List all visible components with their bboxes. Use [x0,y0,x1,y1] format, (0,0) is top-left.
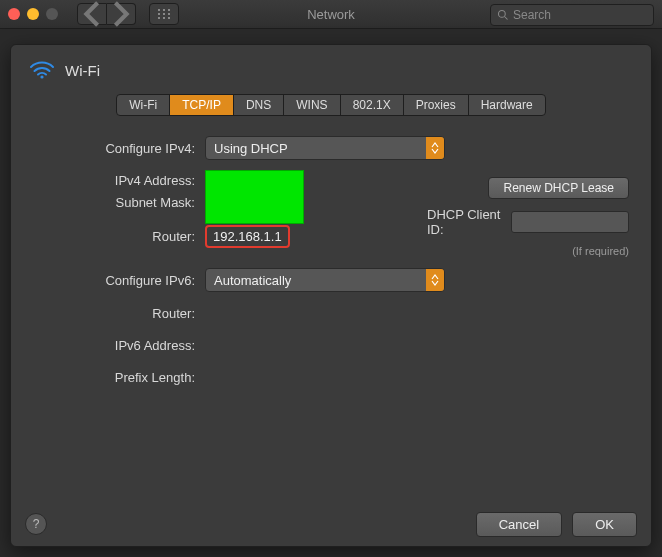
tab-bar: Wi-FiTCP/IPDNSWINS802.1XProxiesHardware [11,92,651,118]
close-window-button[interactable] [8,8,20,20]
nav-back-forward [77,3,136,25]
chevron-left-icon [78,0,106,28]
router-value: 192.168.1.1 [205,225,290,248]
nav-forward-button[interactable] [107,3,136,25]
svg-rect-5 [168,13,170,15]
sheet-footer: ? Cancel OK [11,502,651,546]
label-dhcp-client-id: DHCP Client ID: [427,207,505,237]
configure-ipv4-select[interactable]: Using DHCP [205,136,445,160]
dhcp-client-id-input[interactable] [511,211,629,233]
zoom-window-button[interactable] [46,8,58,20]
search-icon [497,9,509,21]
renew-dhcp-lease-button[interactable]: Renew DHCP Lease [488,177,629,199]
wifi-icon [29,59,55,82]
label-configure-ipv6: Configure IPv6: [33,273,205,288]
svg-rect-3 [158,13,160,15]
chevron-right-icon [107,0,135,28]
tab-wifi[interactable]: Wi-Fi [117,95,170,115]
label-router-v6: Router: [33,306,205,321]
grid-icon [158,9,170,19]
sheet-header: Wi-Fi [11,45,651,92]
configure-ipv6-select[interactable]: Automatically [205,268,445,292]
tab-8021x[interactable]: 802.1X [341,95,404,115]
nav-back-button[interactable] [77,3,107,25]
tab-proxies[interactable]: Proxies [404,95,469,115]
label-subnet-mask: Subnet Mask: [33,195,205,210]
settings-sheet: Wi-Fi Wi-FiTCP/IPDNSWINS802.1XProxiesHar… [10,44,652,547]
search-placeholder: Search [513,8,551,22]
svg-rect-4 [163,13,165,15]
select-stepper-icon [426,269,444,291]
dhcp-side-column: Renew DHCP Lease DHCP Client ID: (If req… [427,177,629,257]
dhcp-if-required-note: (If required) [572,245,629,257]
svg-point-9 [499,11,506,18]
svg-rect-8 [168,17,170,19]
label-ipv4-address: IPv4 Address: [33,170,205,188]
help-button[interactable]: ? [25,513,47,535]
label-prefix-length: Prefix Length: [33,370,205,385]
svg-rect-2 [168,9,170,11]
select-stepper-icon [426,137,444,159]
configure-ipv6-value: Automatically [214,273,291,288]
svg-rect-1 [163,9,165,11]
minimize-window-button[interactable] [27,8,39,20]
cancel-button[interactable]: Cancel [476,512,562,537]
tcpip-pane: Configure IPv4: Using DHCP IPv4 Address:… [11,118,651,406]
ipv4-redacted-block [205,170,304,224]
tab-hardware[interactable]: Hardware [469,95,545,115]
search-field[interactable]: Search [490,4,654,26]
svg-rect-0 [158,9,160,11]
svg-rect-7 [163,17,165,19]
tab-tcpip[interactable]: TCP/IP [170,95,234,115]
svg-point-11 [40,75,43,78]
svg-rect-6 [158,17,160,19]
label-ipv6-address: IPv6 Address: [33,338,205,353]
label-configure-ipv4: Configure IPv4: [33,141,205,156]
window-titlebar: Network Search [0,0,662,29]
tab-dns[interactable]: DNS [234,95,284,115]
show-all-button[interactable] [149,3,179,25]
svg-line-10 [505,17,508,20]
label-router-v4: Router: [33,229,205,244]
tab-wins[interactable]: WINS [284,95,340,115]
configure-ipv4-value: Using DHCP [214,141,288,156]
ok-button[interactable]: OK [572,512,637,537]
sheet-title: Wi-Fi [65,62,100,79]
